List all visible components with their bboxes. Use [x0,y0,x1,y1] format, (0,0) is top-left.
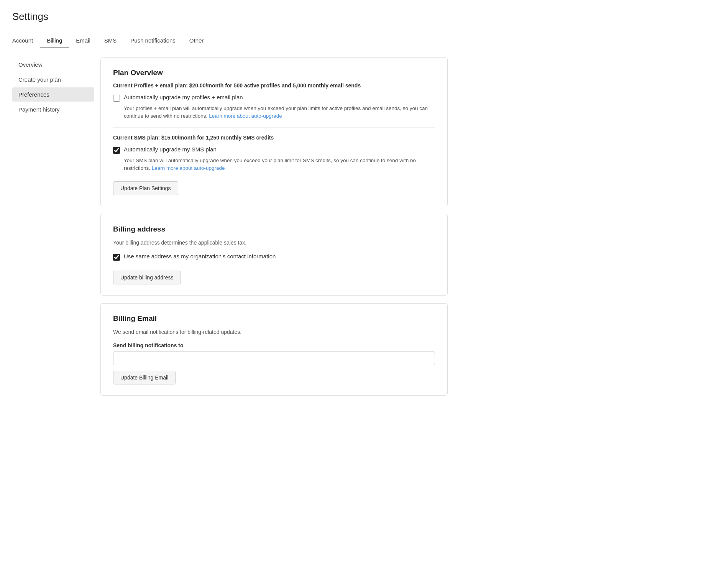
sidebar-item-payment-history[interactable]: Payment history [12,102,94,117]
update-billing-email-button[interactable]: Update Billing Email [113,371,176,384]
top-nav: Account Billing Email SMS Push notificat… [12,33,448,48]
sidebar-item-preferences[interactable]: Preferences [12,87,94,102]
auto-upgrade-sms-label[interactable]: Automatically upgrade my SMS plan [124,146,217,153]
auto-upgrade-email-label[interactable]: Automatically upgrade my profiles + emai… [124,94,243,100]
auto-upgrade-email-description: Your profiles + email plan will automati… [124,105,435,120]
sidebar-item-create-your-plan[interactable]: Create your plan [12,72,94,87]
billing-email-title: Billing Email [113,314,435,323]
sidebar-item-overview[interactable]: Overview [12,57,94,72]
billing-email-subtitle: We send email notifications for billing-… [113,328,435,336]
billing-email-card: Billing Email We send email notification… [100,303,448,396]
auto-upgrade-email-link[interactable]: Learn more about auto-upgrade [209,113,282,119]
same-address-checkbox[interactable] [113,254,120,261]
tab-email[interactable]: Email [69,33,97,48]
update-plan-settings-button[interactable]: Update Plan Settings [113,181,178,195]
plan-overview-title: Plan Overview [113,69,435,77]
same-address-row: Use same address as my organization's co… [113,253,435,261]
auto-upgrade-sms-row: Automatically upgrade my SMS plan [113,146,435,154]
current-sms-plan: Current SMS plan: $15.00/month for 1,250… [113,135,435,141]
tab-push-notifications[interactable]: Push notifications [123,33,182,48]
billing-address-card: Billing address Your billing address det… [100,214,448,296]
tab-other[interactable]: Other [182,33,211,48]
auto-upgrade-email-checkbox[interactable] [113,95,120,102]
billing-email-input[interactable] [113,351,435,365]
auto-upgrade-email-row: Automatically upgrade my profiles + emai… [113,94,435,102]
update-billing-address-button[interactable]: Update billing address [113,271,181,284]
tab-billing[interactable]: Billing [40,33,69,48]
tab-account[interactable]: Account [12,33,40,48]
auto-upgrade-sms-description: Your SMS plan will automatically upgrade… [124,157,435,172]
auto-upgrade-sms-link[interactable]: Learn more about auto-upgrade [152,165,225,171]
billing-address-subtitle: Your billing address determines the appl… [113,239,435,247]
page-title: Settings [12,11,448,23]
sidebar: Overview Create your plan Preferences Pa… [12,57,100,396]
plan-overview-card: Plan Overview Current Profiles + email p… [100,57,448,206]
current-profiles-email-plan: Current Profiles + email plan: $20.00/mo… [113,82,435,89]
auto-upgrade-sms-checkbox[interactable] [113,147,120,154]
same-address-label[interactable]: Use same address as my organization's co… [124,253,276,260]
main-content: Plan Overview Current Profiles + email p… [100,57,448,396]
tab-sms[interactable]: SMS [97,33,124,48]
billing-email-input-label: Send billing notifications to [113,342,435,348]
billing-address-title: Billing address [113,225,435,233]
